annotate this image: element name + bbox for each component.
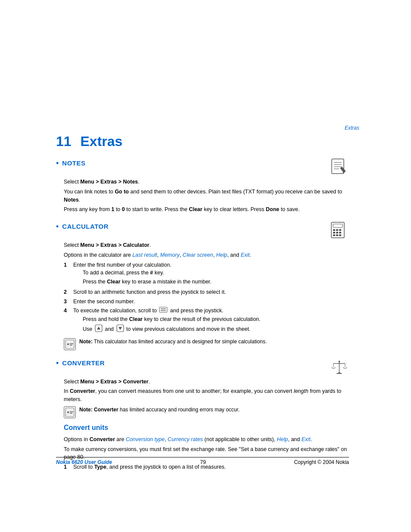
down-scroll-icon <box>116 324 124 335</box>
notes-body: Select Menu > Extras > Notes. You can li… <box>56 178 349 214</box>
notes-menu-path: Select Menu > Extras > Notes. <box>64 178 349 186</box>
svg-point-38 <box>67 411 69 413</box>
calculator-step-3: 3 Enter the second number. <box>64 298 349 306</box>
svg-point-32 <box>339 361 340 362</box>
svg-rect-14 <box>339 232 341 233</box>
svg-rect-10 <box>336 229 338 231</box>
calculator-step-4: 4 To execute the calculation, scroll to <box>64 307 349 335</box>
svg-rect-0 <box>332 159 344 174</box>
svg-rect-40 <box>70 413 72 414</box>
svg-rect-17 <box>339 234 341 236</box>
notes-title-wrapper: • NOTES <box>56 158 86 168</box>
svg-rect-16 <box>336 234 338 236</box>
calculator-step-1: 1 Enter the first number of your calcula… <box>64 261 349 287</box>
svg-rect-25 <box>65 340 74 348</box>
svg-rect-11 <box>339 229 341 231</box>
convert-units-options: Options in Converter are Conversion type… <box>64 436 349 444</box>
converter-note-box: Note: Converter has limited accuracy and… <box>64 406 349 418</box>
footer-center: 79 <box>200 459 206 465</box>
converter-bullet: • <box>56 359 59 368</box>
page-header-label: Extras <box>345 125 359 131</box>
content-area: 11 Extras • NOTES <box>56 134 349 479</box>
calculator-note-text: Note: This calculator has limited accura… <box>79 338 267 345</box>
svg-rect-39 <box>70 411 73 412</box>
converter-note-text: Note: Converter has limited accuracy and… <box>79 406 240 414</box>
svg-rect-9 <box>333 229 335 231</box>
svg-marker-22 <box>97 327 100 330</box>
calculator-step-4-sub2: Use and <box>73 324 349 335</box>
calculator-icon <box>330 221 349 239</box>
calculator-title: CALCULATOR <box>62 223 109 230</box>
chapter-title: 11 Extras <box>56 134 349 149</box>
svg-rect-12 <box>333 232 335 233</box>
calculator-bullet: • <box>56 222 59 231</box>
svg-point-26 <box>67 343 69 345</box>
svg-rect-37 <box>65 408 74 417</box>
svg-marker-24 <box>118 327 122 330</box>
calculator-options: Options in the calculator are Last resul… <box>64 251 349 259</box>
calculator-body: Select Menu > Extras > Calculator. Optio… <box>56 241 349 350</box>
notes-para2: Press any key from 1 to 0 to start to wr… <box>64 205 349 214</box>
converter-para1: In Converter, you can convert measures f… <box>64 387 349 404</box>
notes-header: • NOTES <box>56 158 349 175</box>
up-scroll-icon <box>95 324 103 335</box>
svg-rect-18 <box>159 307 167 312</box>
calculator-step-1-sub1: To add a decimal, press the # key. <box>73 269 349 277</box>
converter-title-wrapper: • CONVERTER <box>56 358 105 368</box>
converter-section: • CONVERTER <box>56 358 349 471</box>
notes-title: NOTES <box>62 159 85 167</box>
page: Extras 11 Extras • NOTES <box>0 0 411 532</box>
chapter-number: 11 <box>56 134 72 149</box>
chapter-title-text: Extras <box>80 134 122 149</box>
svg-rect-35 <box>338 372 340 373</box>
footer-left: Nokia 6620 User Guide <box>56 459 112 465</box>
svg-rect-13 <box>336 232 338 233</box>
calculator-note-icon <box>64 338 76 350</box>
notes-bullet: • <box>56 159 59 168</box>
section-label: Extras <box>345 125 359 131</box>
svg-rect-27 <box>70 343 73 344</box>
calculator-step-4-sub1: Press and hold the Clear key to clear th… <box>73 315 349 324</box>
equals-icon <box>159 307 168 315</box>
calculator-header: • CALCULATOR <box>56 221 349 239</box>
svg-rect-28 <box>70 345 72 345</box>
notes-icon <box>330 158 349 175</box>
convert-units-title: Convert units <box>64 423 349 433</box>
svg-rect-15 <box>333 234 335 236</box>
notes-para1: You can link notes to Go to and send the… <box>64 188 349 204</box>
calculator-step-2: 2 Scroll to an arithmetic function and p… <box>64 288 349 296</box>
converter-title: CONVERTER <box>62 359 105 367</box>
notes-section: • NOTES Select Menu > Extras > No <box>56 158 349 214</box>
calculator-steps: 1 Enter the first number of your calcula… <box>64 261 349 336</box>
converter-icon <box>330 358 349 375</box>
calculator-menu-path: Select Menu > Extras > Calculator. <box>64 241 349 249</box>
calculator-section: • CALCULATOR <box>56 221 349 350</box>
svg-rect-8 <box>333 224 342 227</box>
calculator-title-wrapper: • CALCULATOR <box>56 221 109 231</box>
converter-note-icon <box>64 406 76 418</box>
converter-menu-path: Select Menu > Extras > Converter. <box>64 378 349 386</box>
calculator-note-box: Note: This calculator has limited accura… <box>64 338 349 350</box>
footer-right: Copyright © 2004 Nokia <box>294 459 349 465</box>
converter-header: • CONVERTER <box>56 358 349 375</box>
footer: Nokia 6620 User Guide 79 Copyright © 200… <box>56 457 349 465</box>
calculator-step-1-sub2: Press the Clear key to erase a mistake i… <box>73 278 349 286</box>
svg-rect-36 <box>336 373 342 374</box>
